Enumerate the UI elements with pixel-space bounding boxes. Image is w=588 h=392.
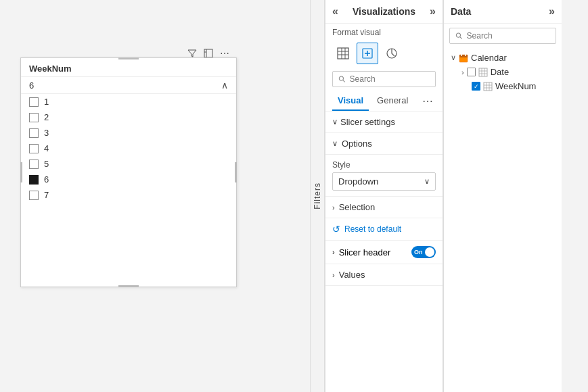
slicer-label-4: 4	[44, 143, 49, 153]
data-search-box[interactable]	[449, 28, 556, 44]
tree-item-calendar[interactable]: ∨ Calendar	[449, 51, 556, 65]
style-dropdown[interactable]: Dropdown ∨	[332, 172, 436, 191]
selection-title: Selection	[339, 202, 375, 212]
resize-right[interactable]	[235, 162, 237, 182]
slicer-widget: WeekNum 6 ∧ 1 2 3 4 5	[20, 57, 237, 287]
viz-collapse-right[interactable]: »	[430, 5, 436, 18]
slicer-settings-title-row: ∨ Slicer settings	[332, 117, 395, 127]
right-panels: « Visualizations » Format visual	[325, 0, 588, 392]
reset-label: Reset to default	[344, 224, 401, 234]
slicer-checkbox-3[interactable]	[29, 128, 39, 138]
weeknum-checkbox[interactable]	[472, 82, 480, 91]
selection-title-row: › Selection	[332, 202, 375, 212]
slicer-item-3[interactable]: 3	[21, 125, 236, 141]
slicer-item-1[interactable]: 1	[21, 94, 236, 109]
svg-rect-21	[484, 82, 492, 91]
options-title: Options	[342, 139, 372, 149]
style-label: Style	[332, 160, 436, 170]
slicer-item-5[interactable]: 5	[21, 156, 236, 172]
slicer-label-1: 1	[44, 97, 49, 107]
resize-left[interactable]	[20, 162, 22, 182]
format-visual-label: Format visual	[325, 24, 443, 40]
slicer-item-4[interactable]: 4	[21, 141, 236, 156]
slicer-checkbox-6[interactable]	[29, 175, 39, 185]
slicer-title: WeekNum	[21, 58, 236, 77]
slicer-count-row: 6 ∧	[21, 77, 236, 94]
tab-visual[interactable]: Visual	[332, 91, 369, 111]
viz-search-icon	[338, 75, 346, 83]
options-section-header[interactable]: ∨ Options	[325, 133, 443, 155]
svg-line-11	[460, 37, 462, 39]
slicer-item-6[interactable]: 6	[21, 172, 236, 187]
slicer-label-7: 7	[44, 190, 49, 200]
filters-bar[interactable]: Filters	[310, 0, 325, 392]
viz-icons-row	[325, 40, 443, 67]
weeknum-table-icon	[483, 82, 493, 91]
toggle-label: On	[414, 249, 423, 255]
slicer-header-toggle[interactable]: On	[411, 246, 436, 258]
values-chevron-right: ›	[332, 271, 335, 279]
viz-search-box[interactable]	[332, 71, 436, 87]
slicer-header-title: Slicer header	[339, 247, 391, 258]
calendar-icon	[459, 53, 468, 63]
values-section-header[interactable]: › Values	[325, 264, 443, 286]
selection-chevron-right: ›	[332, 203, 335, 212]
viz-icon-table[interactable]	[332, 43, 354, 64]
slicer-settings-section[interactable]: ∨ Slicer settings	[325, 112, 443, 133]
dropdown-chevron-icon: ∨	[424, 177, 430, 186]
tree-date-chevron-right: ›	[461, 68, 464, 76]
slicer-settings-label: Slicer settings	[340, 117, 395, 127]
date-checkbox[interactable]	[467, 68, 476, 76]
data-panel-title: Data	[451, 6, 471, 17]
tab-general[interactable]: General	[371, 91, 413, 111]
collapse-slicer-icon[interactable]: ∧	[221, 80, 228, 91]
calendar-label: Calendar	[471, 53, 507, 63]
svg-rect-16	[479, 68, 487, 76]
slicer-label-2: 2	[44, 112, 49, 122]
viz-search-input[interactable]	[350, 74, 430, 84]
style-value: Dropdown	[338, 176, 378, 187]
selection-section-header[interactable]: › Selection	[325, 197, 443, 218]
slicer-settings-chevron-down: ∨	[332, 118, 338, 126]
date-label: Date	[491, 67, 509, 77]
slicer-checkbox-7[interactable]	[29, 191, 39, 200]
viz-panel-title: Visualizations	[353, 6, 415, 17]
slicer-checkbox-2[interactable]	[29, 113, 39, 122]
tab-more-icon[interactable]: ⋯	[420, 92, 436, 110]
slicer-checkbox-4[interactable]	[29, 144, 39, 153]
svg-rect-0	[204, 49, 212, 57]
values-title: Values	[339, 270, 365, 280]
slicer-header-title-row: › Slicer header	[332, 247, 390, 258]
svg-rect-13	[459, 55, 468, 57]
tree-item-date[interactable]: › Date	[449, 65, 556, 79]
options-title-row: ∨ Options	[332, 139, 372, 149]
slicer-checkbox-5[interactable]	[29, 160, 39, 169]
svg-line-9	[343, 80, 345, 82]
slicer-checkbox-1[interactable]	[29, 97, 39, 107]
viz-icon-analytics[interactable]	[381, 43, 403, 64]
tree-calendar-chevron-down: ∨	[451, 53, 456, 62]
weeknum-label: WeekNum	[495, 81, 536, 91]
slicer-item-2[interactable]: 2	[21, 109, 236, 125]
slicer-label-6: 6	[44, 174, 49, 185]
reset-icon: ↺	[332, 224, 340, 235]
resize-top[interactable]	[118, 57, 139, 59]
values-title-row: › Values	[332, 270, 365, 280]
canvas-area: ⋯ WeekNum 6 ∧ 1 2 3	[0, 0, 325, 392]
data-panel-collapse[interactable]: »	[549, 5, 555, 18]
options-content: Style Dropdown ∨	[325, 155, 443, 197]
slicer-header-section[interactable]: › Slicer header On	[325, 241, 443, 264]
selected-count: 6	[29, 80, 34, 91]
date-table-icon	[478, 68, 488, 77]
slicer-label-3: 3	[44, 128, 49, 138]
reset-default-link[interactable]: ↺ Reset to default	[325, 218, 443, 241]
slicer-item-7[interactable]: 7	[21, 187, 236, 203]
filters-label: Filters	[313, 182, 322, 210]
svg-point-8	[339, 76, 343, 80]
data-search-input[interactable]	[467, 31, 550, 41]
resize-bottom[interactable]	[118, 285, 139, 287]
viz-collapse-left[interactable]: «	[332, 5, 338, 18]
viz-icon-format[interactable]	[357, 43, 378, 64]
viz-panel-header: « Visualizations »	[325, 0, 443, 24]
tree-item-weeknum[interactable]: WeekNum	[449, 79, 556, 93]
